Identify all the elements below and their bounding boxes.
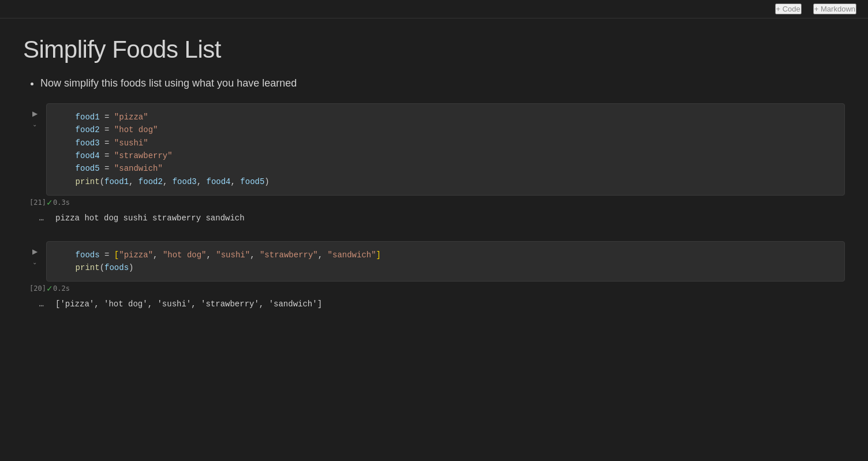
cell-2-number: [20] bbox=[23, 284, 46, 293]
intro-bullet: Now simplify this foods list using what … bbox=[40, 75, 845, 92]
cell-1-gutter: ▶ ⌄ bbox=[23, 103, 46, 129]
add-code-button[interactable]: + Code bbox=[775, 3, 802, 14]
run-button-2[interactable]: ▶ bbox=[30, 247, 39, 256]
cell-1-check: ✓ bbox=[46, 198, 53, 207]
code-line-1-6: print(food1, food2, food3, food4, food5) bbox=[56, 175, 835, 188]
code-line-1-1: food1 = "pizza" bbox=[56, 111, 835, 123]
cell-1-time: 0.3s bbox=[53, 198, 70, 207]
code-line-1-2: food2 = "hot dog" bbox=[56, 123, 835, 136]
cell-2-gutter: ▶ ⌄ bbox=[23, 241, 46, 267]
cell-2-status: [20] ✓ 0.2s bbox=[23, 282, 845, 293]
code-cell-1-container: ▶ ⌄ food1 = "pizza" food2 = "hot dog" fo… bbox=[23, 103, 845, 196]
code-editor-1[interactable]: food1 = "pizza" food2 = "hot dog" food3 … bbox=[46, 103, 845, 196]
markdown-cell: Simplify Foods List Now simplify this fo… bbox=[23, 30, 845, 103]
cell-1-status: [21] ✓ 0.3s bbox=[23, 196, 845, 207]
code-cell-2-container: ▶ ⌄ foods = ["pizza", "hot dog", "sushi"… bbox=[23, 241, 845, 282]
page-title: Simplify Foods List bbox=[23, 36, 845, 63]
output-cell-1: … pizza hot dog sushi strawberry sandwic… bbox=[23, 207, 845, 229]
cell-2-time: 0.2s bbox=[53, 284, 70, 293]
top-bar: + Code + Markdown bbox=[0, 0, 868, 18]
cell-1-number: [21] bbox=[23, 198, 46, 207]
output-2-text: ['pizza', 'hot dog', 'sushi', 'strawberr… bbox=[46, 298, 322, 310]
code-lines-1: food1 = "pizza" food2 = "hot dog" food3 … bbox=[47, 104, 844, 195]
output-cell-2: … ['pizza', 'hot dog', 'sushi', 'strawbe… bbox=[23, 293, 845, 315]
collapse-button-1[interactable]: ⌄ bbox=[31, 121, 39, 129]
code-line-1-3: food3 = "sushi" bbox=[56, 137, 835, 149]
add-markdown-button[interactable]: + Markdown bbox=[813, 3, 856, 14]
notebook-content: Simplify Foods List Now simplify this fo… bbox=[0, 18, 868, 350]
code-line-1-5: food5 = "sandwich" bbox=[56, 162, 835, 175]
output-2-dots: … bbox=[23, 298, 46, 308]
code-lines-2: foods = ["pizza", "hot dog", "sushi", "s… bbox=[47, 242, 844, 282]
code-line-2-2: print(foods) bbox=[56, 261, 835, 274]
output-1-text: pizza hot dog sushi strawberry sandwich bbox=[46, 212, 245, 224]
code-line-1-4: food4 = "strawberry" bbox=[56, 149, 835, 162]
cell-2-check: ✓ bbox=[46, 284, 53, 293]
collapse-button-2[interactable]: ⌄ bbox=[31, 258, 39, 267]
output-1-dots: … bbox=[23, 212, 46, 222]
run-button-1[interactable]: ▶ bbox=[30, 109, 39, 118]
code-line-2-1: foods = ["pizza", "hot dog", "sushi", "s… bbox=[56, 249, 835, 261]
code-editor-2[interactable]: foods = ["pizza", "hot dog", "sushi", "s… bbox=[46, 241, 845, 282]
